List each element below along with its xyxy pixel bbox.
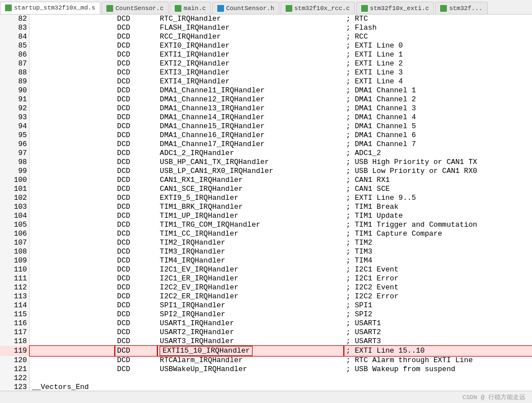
code-comment: ; TIM2 [344, 238, 532, 247]
code-dcd: DCD [115, 301, 157, 310]
code-label [30, 238, 115, 247]
code-dcd: DCD [115, 131, 157, 140]
code-comment: ; EXTI Line 4 [344, 77, 532, 86]
code-dcd: DCD [115, 185, 157, 194]
code-comment: ; I2C1 Event [344, 265, 532, 274]
code-area: 82DCDRTC_IRQHandler; RTC83DCDFLASH_IRQHa… [0, 15, 532, 391]
code-comment: ; DMA1 Channel 6 [344, 131, 532, 140]
tab-4[interactable]: stm32f10x_rcc.c [281, 2, 355, 14]
table-row: 120DCDRTCAlarm_IRQHandler; RTC Alarm thr… [0, 356, 532, 365]
table-row: 113DCDI2C2_ER_IRQHandler; I2C2 Error [0, 292, 532, 301]
code-comment: ; Flash [344, 24, 532, 32]
footer: CSDN @ 行稳方能走远 [0, 391, 532, 403]
tab-3[interactable]: CountSensor.h [212, 2, 279, 14]
code-dcd [115, 383, 157, 391]
code-dcd: DCD [115, 86, 157, 95]
code-handler: RTCAlarm_IRQHandler [157, 356, 344, 365]
code-comment: ; TIM4 [344, 256, 532, 265]
table-row: 111DCDI2C1_ER_IRQHandler; I2C1 Error [0, 274, 532, 283]
code-comment: ; USB Wakeup from suspend [344, 365, 532, 374]
table-row: 110DCDI2C1_EV_IRQHandler; I2C1 Event [0, 265, 532, 274]
code-dcd: DCD [115, 238, 157, 247]
code-handler: DMA1_Channel7_IRQHandler [157, 140, 344, 149]
code-handler: I2C2_EV_IRQHandler [157, 283, 344, 292]
code-comment: ; RTC [344, 15, 532, 24]
tab-6[interactable]: stm32f... [435, 2, 487, 14]
code-handler: DMA1_Channel6_IRQHandler [157, 131, 344, 140]
tab-label-1: CountSensor.c [115, 5, 164, 12]
line-number: 123 [0, 383, 30, 391]
table-row: 119DCDEXTI15_10_IRQHandler; EXTI Line 15… [0, 346, 532, 356]
code-comment: ; DMA1 Channel 4 [344, 113, 532, 122]
line-number: 108 [0, 247, 30, 256]
table-row: 116DCDUSART1_IRQHandler; USART1 [0, 319, 532, 328]
code-handler: EXTI3_IRQHandler [157, 68, 344, 77]
code-label [30, 158, 115, 167]
line-number: 117 [0, 328, 30, 337]
code-handler [157, 383, 344, 391]
code-dcd: DCD [115, 140, 157, 149]
line-number: 98 [0, 158, 30, 167]
line-number: 107 [0, 238, 30, 247]
code-comment: ; I2C2 Event [344, 283, 532, 292]
table-row: 118DCDUSART3_IRQHandler; USART3 [0, 337, 532, 346]
tab-0[interactable]: startup_stm32f10x_md.s [0, 2, 100, 14]
code-dcd: DCD [115, 346, 157, 356]
tab-2[interactable]: main.c [170, 2, 211, 14]
line-number: 105 [0, 221, 30, 229]
code-label [30, 212, 115, 221]
table-row: 99DCDUSB_LP_CAN1_RX0_IRQHandler; USB Low… [0, 167, 532, 176]
table-row: 96DCDDMA1_Channel7_IRQHandler; DMA1 Chan… [0, 140, 532, 149]
code-comment: ; CAN1 RX1 [344, 176, 532, 185]
code-comment: ; ADC1_2 [344, 149, 532, 158]
code-dcd: DCD [115, 50, 157, 59]
table-row: 103DCDTIM1_BRK_IRQHandler; TIM1 Break [0, 203, 532, 212]
tab-icon-6 [440, 5, 447, 12]
line-number: 116 [0, 319, 30, 328]
code-dcd: DCD [115, 221, 157, 229]
code-label [30, 328, 115, 337]
code-handler: EXTI1_IRQHandler [157, 50, 344, 59]
code-comment: ; DMA1 Channel 2 [344, 95, 532, 104]
code-label [30, 113, 115, 122]
line-number: 89 [0, 77, 30, 86]
line-number: 87 [0, 59, 30, 68]
code-dcd: DCD [115, 203, 157, 212]
code-content[interactable]: 82DCDRTC_IRQHandler; RTC83DCDFLASH_IRQHa… [0, 15, 532, 391]
code-dcd: DCD [115, 212, 157, 221]
code-dcd: DCD [115, 328, 157, 337]
code-dcd: DCD [115, 15, 157, 24]
code-handler: USB_LP_CAN1_RX0_IRQHandler [157, 167, 344, 176]
code-label [30, 194, 115, 203]
line-number: 121 [0, 365, 30, 374]
code-table: 82DCDRTC_IRQHandler; RTC83DCDFLASH_IRQHa… [0, 15, 532, 391]
code-comment: ; TIM1 Break [344, 203, 532, 212]
code-handler: DMA1_Channel2_IRQHandler [157, 95, 344, 104]
code-handler: DMA1_Channel4_IRQHandler [157, 113, 344, 122]
code-dcd: DCD [115, 122, 157, 131]
line-number: 114 [0, 301, 30, 310]
code-handler: EXTI9_5_IRQHandler [157, 194, 344, 203]
tab-icon-4 [286, 5, 292, 12]
code-dcd: DCD [115, 59, 157, 68]
tab-icon-2 [175, 5, 181, 12]
line-number: 91 [0, 95, 30, 104]
code-handler: CAN1_RX1_IRQHandler [157, 176, 344, 185]
line-number: 118 [0, 337, 30, 346]
code-dcd: DCD [115, 247, 157, 256]
tab-icon-0 [5, 4, 12, 11]
tab-1[interactable]: CountSensor.c [101, 2, 169, 14]
line-number: 122 [0, 374, 30, 383]
code-label [30, 203, 115, 212]
code-comment: ; USART2 [344, 328, 532, 337]
tab-5[interactable]: stm32f10x_exti.c [356, 2, 435, 14]
code-label [30, 274, 115, 283]
code-comment: ; USART3 [344, 337, 532, 346]
code-label [30, 283, 115, 292]
code-label [30, 32, 115, 41]
table-row: 122 [0, 374, 532, 383]
code-dcd: DCD [115, 274, 157, 283]
code-comment: ; TIM3 [344, 247, 532, 256]
code-comment: ; EXTI Line 0 [344, 41, 532, 50]
table-row: 89DCDEXTI4_IRQHandler; EXTI Line 4 [0, 77, 532, 86]
